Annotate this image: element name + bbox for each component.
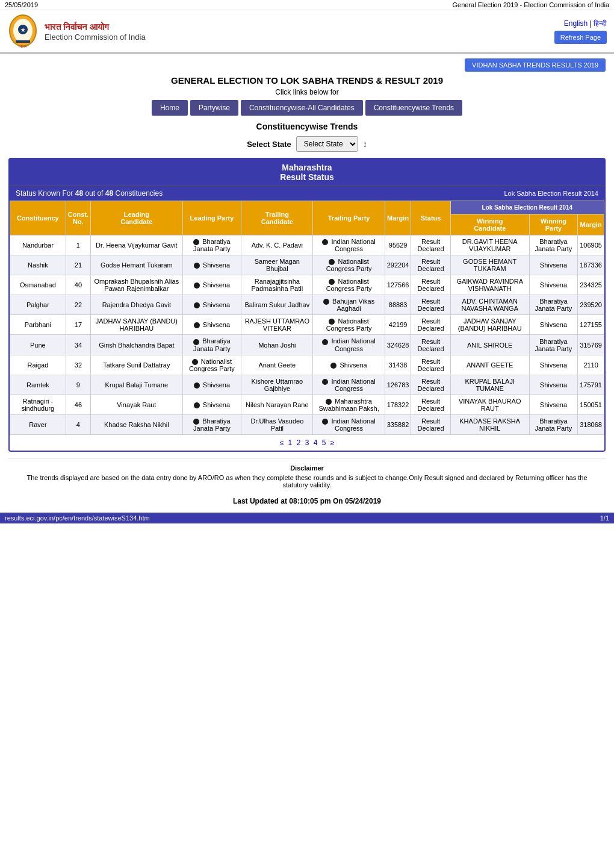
cell-margin: 95629: [385, 236, 411, 255]
table-row: Pune 34 Girish Bhalchandra Bapat Bharati…: [10, 335, 604, 355]
party-dot-trailing: [330, 363, 336, 369]
page-1[interactable]: 1: [288, 439, 293, 447]
party-dot-leading: [194, 302, 200, 308]
footer-url: results.eci.gov.in/pc/en/trends/statewis…: [5, 514, 150, 522]
cell-const-no: 4: [66, 414, 90, 434]
header-right: English | हिन्दी Refresh Page: [554, 19, 607, 44]
party-dot-leading: [193, 419, 199, 425]
cell-margin2: 318068: [578, 414, 604, 434]
cell-leading-party: Bharatiya Janata Party: [182, 236, 241, 255]
cell-const-no: 17: [66, 315, 90, 335]
party-dot-trailing: [323, 299, 329, 305]
cell-winning-party: Shivsena: [529, 275, 578, 295]
cell-constituency: Palghar: [10, 295, 66, 315]
cell-trailing-party: Nationalist Congress Party: [313, 255, 385, 275]
cell-margin2: 315769: [578, 335, 604, 355]
nav-btn-constituencywise-trends[interactable]: Constituencywise Trends: [365, 100, 462, 116]
th-const-no: Const.No.: [66, 201, 90, 236]
nav-btn-constituencywise-all[interactable]: Constituencywise-All Candidates: [241, 100, 363, 116]
cell-leading-candidate: Khadse Raksha Nikhil: [91, 414, 183, 434]
th-lok-sabha-span: Lok Sabha Election Result 2014: [450, 201, 604, 214]
page-title-meta: General Election 2019 - Election Commiss…: [453, 1, 609, 8]
vidhan-sabha-button[interactable]: VIDHAN SABHA TRENDS RESULTS 2019: [465, 58, 606, 72]
site-header: ★ INDIA भारत निर्वाचन आयोग Election Comm…: [0, 10, 614, 54]
cell-leading-candidate: Omprakash Bhupalsnih Alias Pawan Rajenim…: [91, 275, 183, 295]
cell-winning-candidate: VINAYAK BHAURAO RAUT: [450, 395, 529, 414]
status-known-row: Status Known For 48 out of 48 Constituen…: [10, 186, 604, 201]
cell-margin: 42199: [385, 315, 411, 335]
cell-trailing-candidate: Nilesh Narayan Rane: [241, 395, 313, 414]
cell-const-no: 46: [66, 395, 90, 414]
cell-winning-party: Bharatiya Janata Party: [529, 414, 578, 434]
lang-english-link[interactable]: English: [564, 19, 588, 28]
cell-trailing-candidate: RAJESH UTTAMRAO VITEKAR: [241, 315, 313, 335]
table-row: Raigad 32 Tatkare Sunil Dattatray Nation…: [10, 355, 604, 375]
result-box-header: Maharashtra Result Status: [10, 159, 604, 186]
cell-constituency: Raver: [10, 414, 66, 434]
nav-btn-home[interactable]: Home: [152, 100, 188, 116]
party-dot-leading: [194, 263, 200, 269]
cell-leading-candidate: Girish Bhalchandra Bapat: [91, 335, 183, 355]
party-dot-leading: [192, 359, 198, 365]
page-2[interactable]: 2: [297, 439, 301, 447]
page-5[interactable]: 5: [322, 439, 326, 447]
lok-sabha-header: Lok Sabha Election Result 2014: [504, 190, 598, 197]
cell-margin2: 106905: [578, 236, 604, 255]
cell-winning-candidate: ANANT GEETE: [450, 355, 529, 375]
cell-leading-party: Bharatiya Janata Party: [182, 335, 241, 355]
nav-btn-partywise[interactable]: Partywise: [190, 100, 238, 116]
pagination-row: ≤ 1 2 3 4 5 ≥: [10, 435, 604, 451]
cell-winning-candidate: DR.GAVIT HEENA VIJAYKUMAR: [450, 236, 529, 255]
table-row: Parbhani 17 JADHAV SANJAY (BANDU) HARIBH…: [10, 315, 604, 335]
select-state-label: Select State: [247, 140, 291, 149]
lang-hindi-link[interactable]: हिन्दी: [594, 19, 607, 28]
status-known-text: Status Known For 48 out of 48 Constituen…: [16, 189, 163, 198]
cell-leading-party: Shivsena: [182, 375, 241, 395]
party-dot-trailing: [329, 319, 335, 325]
th-status: Status: [411, 201, 450, 236]
cell-status: Result Declared: [411, 275, 450, 295]
cell-winning-party: Shivsena: [529, 375, 578, 395]
result-box: Maharashtra Result Status Status Known F…: [8, 158, 606, 452]
party-dot-trailing: [322, 339, 328, 345]
cell-winning-candidate: KRUPAL BALAJI TUMANE: [450, 375, 529, 395]
cell-status: Result Declared: [411, 236, 450, 255]
cell-winning-party: Bharatiya Janata Party: [529, 236, 578, 255]
cell-const-no: 40: [66, 275, 90, 295]
cell-status: Result Declared: [411, 414, 450, 434]
cell-trailing-party: Nationalist Congress Party: [313, 315, 385, 335]
cell-trailing-party: Shivsena: [313, 355, 385, 375]
cell-winning-party: Shivsena: [529, 395, 578, 414]
cell-trailing-party: Maharashtra Swabhimaan Paksh,: [313, 395, 385, 414]
page-3[interactable]: 3: [305, 439, 309, 447]
th-trailing-party: Trailing Party: [313, 201, 385, 236]
org-name-area: भारत निर्वाचन आयोग Election Commission o…: [45, 22, 146, 42]
disclaimer-title: Disclaimer: [14, 464, 600, 472]
click-links-text: Click links below for: [8, 88, 606, 96]
cell-status: Result Declared: [411, 295, 450, 315]
th-winning-party: WinningParty: [529, 214, 578, 236]
cell-margin: 324628: [385, 335, 411, 355]
logo-area: ★ INDIA भारत निर्वाचन आयोग Election Comm…: [7, 14, 146, 49]
cell-trailing-candidate: Anant Geete: [241, 355, 313, 375]
party-dot-trailing: [326, 399, 332, 405]
cell-leading-candidate: Dr. Heena Vijaykumar Gavit: [91, 236, 183, 255]
cell-trailing-party: Indian National Congress: [313, 375, 385, 395]
refresh-button[interactable]: Refresh Page: [554, 31, 607, 44]
cell-trailing-candidate: Mohan Joshi: [241, 335, 313, 355]
disclaimer-text: The trends displayed are based on the da…: [14, 474, 600, 489]
page-prev[interactable]: ≤: [280, 439, 284, 447]
cell-trailing-party: Indian National Congress: [313, 414, 385, 434]
cell-constituency: Ramtek: [10, 375, 66, 395]
cell-trailing-candidate: Ranajagjitsinha Padmasinha Patil: [241, 275, 313, 295]
page-4[interactable]: 4: [314, 439, 318, 447]
table-row: Ratnagiri - sindhudurg 46 Vinayak Raut S…: [10, 395, 604, 414]
cell-leading-party: Shivsena: [182, 315, 241, 335]
footer-bar: results.eci.gov.in/pc/en/trends/statewis…: [0, 513, 614, 523]
cell-leading-candidate: Rajendra Dhedya Gavit: [91, 295, 183, 315]
svg-text:INDIA: INDIA: [19, 45, 27, 48]
page-next[interactable]: ≥: [330, 439, 335, 447]
state-select[interactable]: Select State: [296, 136, 358, 152]
cell-trailing-party: Indian National Congress: [313, 236, 385, 255]
disclaimer-section: Disclaimer The trends displayed are base…: [8, 458, 606, 495]
